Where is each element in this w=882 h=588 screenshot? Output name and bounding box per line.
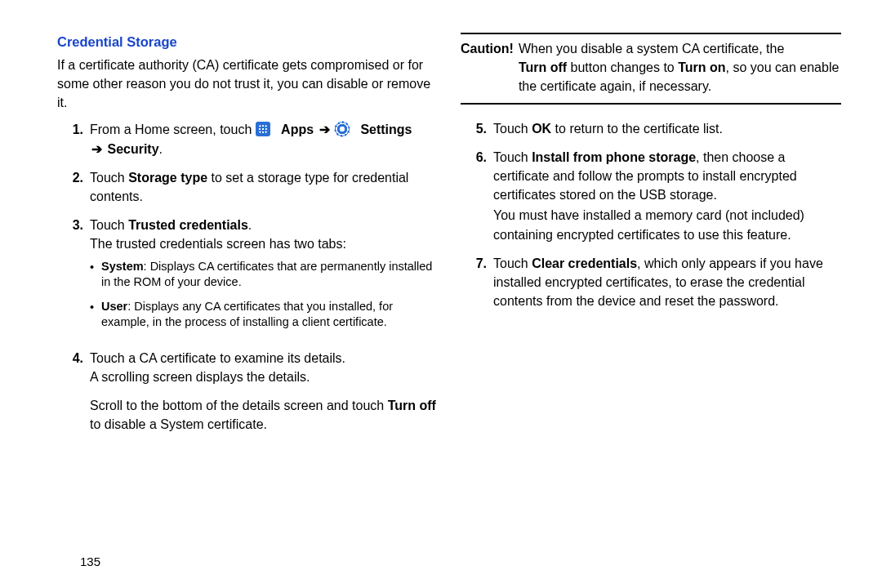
text: Touch	[493, 256, 532, 270]
text: Touch	[90, 218, 128, 232]
caution-text: When you disable a system CA certificate…	[519, 39, 841, 96]
text: Touch	[493, 150, 532, 164]
step-number: 4.	[57, 349, 90, 434]
text: You must have installed a memory card (n…	[493, 206, 841, 243]
text: button changes to	[567, 60, 678, 74]
apps-icon	[256, 122, 270, 136]
bold-text: Storage type	[128, 171, 207, 185]
step-body: Touch a CA certificate to examine its de…	[90, 349, 438, 434]
step-2: 2. Touch Storage type to set a storage t…	[57, 168, 438, 206]
arrow-icon: ➔	[318, 120, 332, 139]
left-column: Credential Storage If a certificate auth…	[57, 33, 438, 564]
step-body: Touch OK to return to the certificate li…	[493, 119, 841, 138]
text: .	[248, 218, 252, 232]
bold-text: Install from phone storage	[532, 150, 696, 164]
period: .	[159, 142, 163, 156]
text: to disable a System certificate.	[90, 417, 267, 431]
bold-text: Turn off	[519, 60, 567, 74]
text: Touch	[90, 171, 128, 185]
bold-text: System	[101, 260, 144, 273]
step-number: 3.	[57, 216, 90, 339]
bold-text: Turn off	[388, 399, 436, 412]
settings-label: Settings	[360, 122, 412, 136]
bullet-icon: •	[90, 299, 101, 331]
text: A scrolling screen displays the details.	[90, 368, 438, 386]
bullet-icon: •	[90, 259, 101, 291]
step-body: Touch Trusted credentials. The trusted c…	[90, 216, 438, 339]
bold-text: Clear credentials	[532, 256, 637, 270]
right-column: Caution! When you disable a system CA ce…	[461, 33, 841, 564]
step-body: Touch Storage type to set a storage type…	[90, 168, 438, 206]
text: The trusted credentials screen has two t…	[90, 234, 438, 253]
caution-box: Caution! When you disable a system CA ce…	[461, 33, 841, 105]
text: Touch	[493, 122, 532, 136]
intro-paragraph: If a certificate authority (CA) certific…	[57, 56, 438, 113]
settings-icon	[335, 122, 350, 136]
section-heading: Credential Storage	[57, 33, 438, 52]
arrow-icon: ➔	[90, 140, 104, 158]
steps-list-right: 5. Touch OK to return to the certificate…	[461, 119, 841, 311]
bold-text: User	[101, 300, 127, 313]
sub-list: • System: Displays CA certificates that …	[90, 259, 438, 331]
step-5: 5. Touch OK to return to the certificate…	[461, 119, 841, 138]
step-body: Touch Install from phone storage, then c…	[493, 148, 841, 244]
step-number: 1.	[57, 120, 90, 158]
page-number: 135	[80, 555, 100, 568]
bold-text: Turn on	[678, 60, 725, 74]
caution-label: Caution!	[461, 39, 519, 96]
step-body: From a Home screen, touch Apps ➔ Setting…	[90, 120, 438, 158]
text: to return to the certificate list.	[551, 122, 723, 136]
text: Scroll to the bottom of the details scre…	[90, 399, 388, 412]
step-3: 3. Touch Trusted credentials. The truste…	[57, 216, 438, 339]
step-number: 2.	[57, 168, 90, 206]
text: From a Home screen, touch	[90, 122, 256, 136]
sub-item-user: • User: Displays any CA certificates tha…	[90, 299, 438, 331]
apps-label: Apps	[281, 122, 314, 136]
bold-text: OK	[532, 122, 551, 136]
sub-item-system: • System: Displays CA certificates that …	[90, 259, 438, 291]
step-number: 5.	[461, 119, 493, 138]
step-body: Touch Clear credentials, which only appe…	[493, 254, 841, 311]
step-6: 6. Touch Install from phone storage, the…	[461, 148, 841, 244]
bold-text: Trusted credentials	[128, 218, 248, 232]
text: Touch a CA certificate to examine its de…	[90, 349, 438, 368]
security-label: Security	[107, 142, 158, 156]
manual-page: Credential Storage If a certificate auth…	[0, 0, 882, 588]
step-7: 7. Touch Clear credentials, which only a…	[461, 254, 841, 311]
text: : Displays any CA certificates that you …	[101, 300, 393, 329]
step-number: 6.	[461, 148, 493, 244]
step-number: 7.	[461, 254, 493, 311]
step-4: 4. Touch a CA certificate to examine its…	[57, 349, 438, 434]
steps-list-left: 1. From a Home screen, touch Apps ➔ Sett…	[57, 120, 438, 434]
step-1: 1. From a Home screen, touch Apps ➔ Sett…	[57, 120, 438, 158]
text: : Displays CA certificates that are perm…	[101, 260, 432, 289]
text: When you disable a system CA certificate…	[519, 42, 784, 56]
